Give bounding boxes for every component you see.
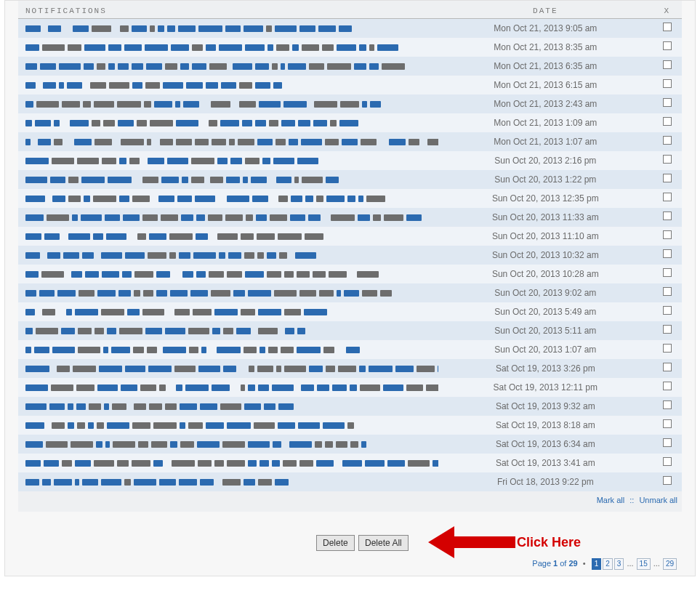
notification-checkbox-cell: [652, 454, 682, 472]
notification-date: Mon Oct 21, 2013 1:09 am: [438, 113, 652, 132]
pager-page[interactable]: 2: [603, 558, 613, 570]
mark-separator: ::: [629, 496, 634, 504]
notification-text[interactable]: [18, 397, 438, 416]
row-checkbox[interactable]: [663, 41, 672, 50]
row-checkbox[interactable]: [663, 344, 672, 353]
notification-text[interactable]: [18, 208, 438, 227]
row-checkbox[interactable]: [663, 476, 672, 485]
footer-area: Delete Delete All Click Here Page 1 of 2…: [23, 525, 677, 576]
notification-text[interactable]: [18, 378, 438, 397]
notification-text[interactable]: [18, 113, 438, 132]
row-checkbox[interactable]: [663, 287, 672, 296]
notification-checkbox-cell: [652, 132, 682, 151]
notification-date: Sun Oct 20, 2013 11:33 am: [438, 208, 652, 227]
notification-date: Sun Oct 20, 2013 11:10 am: [438, 227, 652, 246]
notification-checkbox-cell: [652, 76, 682, 94]
row-checkbox[interactable]: [663, 174, 672, 182]
notification-text[interactable]: [18, 321, 438, 340]
notification-text[interactable]: [18, 151, 438, 170]
notification-text[interactable]: [18, 283, 438, 302]
delete-button[interactable]: Delete: [316, 535, 355, 551]
notification-text[interactable]: [18, 340, 438, 359]
notification-text[interactable]: [18, 94, 438, 113]
notification-checkbox-cell: [652, 57, 682, 76]
col-header-x: X: [652, 1, 682, 19]
notification-date: Sat Oct 19, 2013 9:32 am: [438, 397, 652, 416]
table-row: Sat Oct 19, 2013 6:34 am: [18, 435, 682, 454]
pager-page[interactable]: 29: [663, 558, 677, 570]
notification-date: Mon Oct 21, 2013 1:07 am: [438, 132, 652, 151]
notification-text[interactable]: [18, 38, 438, 57]
row-checkbox[interactable]: [663, 400, 672, 409]
notification-text[interactable]: [18, 189, 438, 208]
row-checkbox[interactable]: [663, 363, 672, 371]
table-row: Sun Oct 20, 2013 9:02 am: [18, 283, 682, 302]
notification-text[interactable]: [18, 302, 438, 321]
row-checkbox[interactable]: [663, 230, 672, 239]
notification-date: Sun Oct 20, 2013 2:16 pm: [438, 151, 652, 170]
row-checkbox[interactable]: [663, 438, 672, 447]
notification-text[interactable]: [18, 227, 438, 246]
notification-date: Fri Oct 18, 2013 9:22 pm: [438, 472, 652, 491]
row-checkbox[interactable]: [663, 193, 672, 201]
notification-text[interactable]: [18, 265, 438, 283]
row-checkbox[interactable]: [663, 23, 672, 31]
notification-checkbox-cell: [652, 265, 682, 283]
notification-text[interactable]: [18, 76, 438, 94]
notification-text[interactable]: [18, 170, 438, 189]
notification-checkbox-cell: [652, 189, 682, 208]
row-checkbox[interactable]: [663, 325, 672, 334]
notification-checkbox-cell: [652, 113, 682, 132]
notification-date: Sat Oct 19, 2013 3:41 am: [438, 454, 652, 472]
row-checkbox[interactable]: [663, 457, 672, 466]
row-checkbox[interactable]: [663, 117, 672, 126]
notification-text[interactable]: [18, 246, 438, 265]
row-checkbox[interactable]: [663, 79, 672, 88]
delete-all-button[interactable]: Delete All: [358, 535, 409, 551]
notification-text[interactable]: [18, 416, 438, 435]
notifications-table: NOTIFICATIONS DATE X Mon Oct 21, 2013 9:…: [18, 1, 682, 491]
table-row: Sat Oct 19, 2013 3:41 am: [18, 454, 682, 472]
notification-date: Sun Oct 20, 2013 1:07 am: [438, 340, 652, 359]
mark-all-link[interactable]: Mark all: [597, 496, 625, 504]
table-row: Sat Oct 19, 2013 9:32 am: [18, 397, 682, 416]
notification-text[interactable]: [18, 359, 438, 378]
notification-date: Sun Oct 20, 2013 10:32 am: [438, 246, 652, 265]
table-row: Sun Oct 20, 2013 1:22 pm: [18, 170, 682, 189]
pager-page: 1: [592, 558, 602, 570]
notification-date: Mon Oct 21, 2013 6:15 am: [438, 76, 652, 94]
notification-text[interactable]: [18, 57, 438, 76]
notification-checkbox-cell: [652, 472, 682, 491]
pager-label-mid: of: [558, 559, 568, 568]
notification-text[interactable]: [18, 472, 438, 491]
pager-ellipsis: ...: [627, 559, 633, 568]
notification-date: Mon Oct 21, 2013 9:05 am: [438, 19, 652, 38]
notification-text[interactable]: [18, 19, 438, 38]
row-checkbox[interactable]: [663, 249, 672, 258]
row-checkbox[interactable]: [663, 382, 672, 390]
notification-text[interactable]: [18, 435, 438, 454]
row-checkbox[interactable]: [663, 155, 672, 164]
row-checkbox[interactable]: [663, 268, 672, 277]
notification-checkbox-cell: [652, 359, 682, 378]
row-checkbox[interactable]: [663, 98, 672, 107]
pager-page[interactable]: 3: [614, 558, 624, 570]
row-checkbox[interactable]: [663, 60, 672, 69]
row-checkbox[interactable]: [663, 212, 672, 220]
notification-text[interactable]: [18, 454, 438, 472]
pager-label-prefix: Page: [532, 559, 553, 568]
notification-date: Sun Oct 20, 2013 9:02 am: [438, 283, 652, 302]
notification-date: Sun Oct 20, 2013 5:49 am: [438, 302, 652, 321]
notification-text[interactable]: [18, 132, 438, 151]
notification-checkbox-cell: [652, 94, 682, 113]
table-row: Sun Oct 20, 2013 5:49 am: [18, 302, 682, 321]
table-row: Mon Oct 21, 2013 2:43 am: [18, 94, 682, 113]
row-checkbox[interactable]: [663, 419, 672, 428]
button-row: Delete Delete All: [316, 535, 410, 551]
pager-page[interactable]: 15: [637, 558, 651, 570]
notification-checkbox-cell: [652, 302, 682, 321]
row-checkbox[interactable]: [663, 136, 672, 145]
table-row: Sun Oct 20, 2013 12:35 pm: [18, 189, 682, 208]
unmark-all-link[interactable]: Unmark all: [639, 496, 677, 504]
row-checkbox[interactable]: [663, 306, 672, 315]
